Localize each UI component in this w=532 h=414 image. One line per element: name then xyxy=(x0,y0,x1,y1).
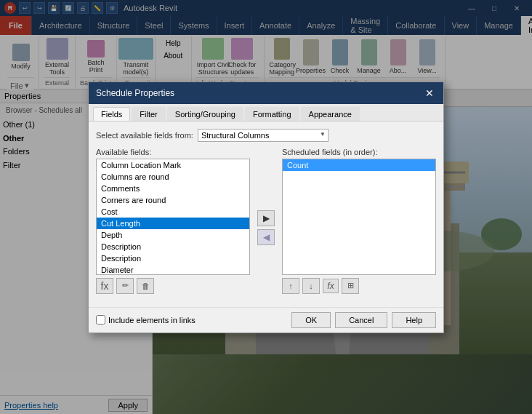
scheduled-fields-wrap: Scheduled fields (in order): Count ↑ ↓ f… xyxy=(282,148,436,294)
field-cut-length[interactable]: Cut Length xyxy=(97,218,249,229)
formula-button[interactable]: fx xyxy=(323,279,339,293)
add-calculated-field-button[interactable]: fx xyxy=(96,278,113,294)
field-column-location-mark[interactable]: Column Location Mark xyxy=(97,159,249,171)
help-dialog-button[interactable]: Help xyxy=(392,312,436,328)
select-fields-label: Select available fields from: xyxy=(96,131,193,140)
field-columns-are-round[interactable]: Columns are round xyxy=(97,171,249,183)
scheduled-fields-label: Scheduled fields (in order): xyxy=(282,148,436,156)
dialog-body: Select available fields from: Structural… xyxy=(89,122,443,307)
available-fields-label: Available fields: xyxy=(96,148,250,156)
field-comments[interactable]: Comments xyxy=(97,183,249,194)
schedule-properties-dialog: Schedule Properties ✕ Fields Filter Sort… xyxy=(88,81,444,333)
dialog-tab-formatting[interactable]: Formatting xyxy=(245,107,299,121)
combine-params-button[interactable]: ⊞ xyxy=(342,278,359,294)
move-field-down-button[interactable]: ↓ xyxy=(302,278,320,294)
ok-button[interactable]: OK xyxy=(291,312,331,328)
field-depth[interactable]: Depth xyxy=(97,229,249,241)
field-description2[interactable]: Description xyxy=(97,252,249,264)
dialog-tab-fields[interactable]: Fields xyxy=(93,107,130,121)
cancel-button[interactable]: Cancel xyxy=(335,312,387,328)
field-corners-are-round[interactable]: Corners are round xyxy=(97,194,249,206)
dialog-close-button[interactable]: ✕ xyxy=(423,87,436,100)
fields-columns: Available fields: Column Location Mark C… xyxy=(96,148,436,294)
include-elements-label: Include elements in links xyxy=(108,316,196,325)
scheduled-fields-actions: ↑ ↓ fx ⊞ xyxy=(282,278,436,294)
remove-field-button[interactable]: ◀ xyxy=(257,229,275,245)
delete-field-button[interactable]: 🗑 xyxy=(137,278,154,294)
dialog-tab-filter[interactable]: Filter xyxy=(132,107,165,121)
add-field-button[interactable]: ▶ xyxy=(257,210,275,226)
dialog-tab-sorting[interactable]: Sorting/Grouping xyxy=(167,107,243,121)
scheduled-fields-list[interactable]: Count xyxy=(282,159,436,275)
move-field-up-button[interactable]: ↑ xyxy=(282,278,299,294)
field-description1[interactable]: Description xyxy=(97,241,249,252)
dialog-tabs: Fields Filter Sorting/Grouping Formattin… xyxy=(89,104,443,122)
fields-source-select-wrap: Structural Columns xyxy=(198,129,329,142)
field-cost[interactable]: Cost xyxy=(97,206,249,218)
scheduled-field-count[interactable]: Count xyxy=(283,159,435,171)
modal-overlay: Schedule Properties ✕ Fields Filter Sort… xyxy=(0,0,532,414)
include-elements-checkbox-wrap: Include elements in links xyxy=(96,315,196,325)
field-diameter[interactable]: Diameter xyxy=(97,264,249,275)
available-fields-wrap: Available fields: Column Location Mark C… xyxy=(96,148,250,294)
dialog-title: Schedule Properties xyxy=(96,88,174,98)
fields-source-select[interactable]: Structural Columns xyxy=(198,129,329,142)
edit-field-button[interactable]: ✏ xyxy=(116,278,134,294)
available-fields-list[interactable]: Column Location Mark Columns are round C… xyxy=(96,159,250,275)
field-transfer-buttons: ▶ ◀ xyxy=(254,162,278,294)
include-elements-checkbox[interactable] xyxy=(96,315,105,325)
select-fields-row: Select available fields from: Structural… xyxy=(96,129,436,142)
dialog-footer-buttons: OK Cancel Help xyxy=(291,312,436,328)
available-fields-actions: fx ✏ 🗑 xyxy=(96,278,250,294)
dialog-titlebar: Schedule Properties ✕ xyxy=(89,82,443,104)
dialog-footer: Include elements in links OK Cancel Help xyxy=(89,307,443,333)
dialog-tab-appearance[interactable]: Appearance xyxy=(301,107,360,121)
